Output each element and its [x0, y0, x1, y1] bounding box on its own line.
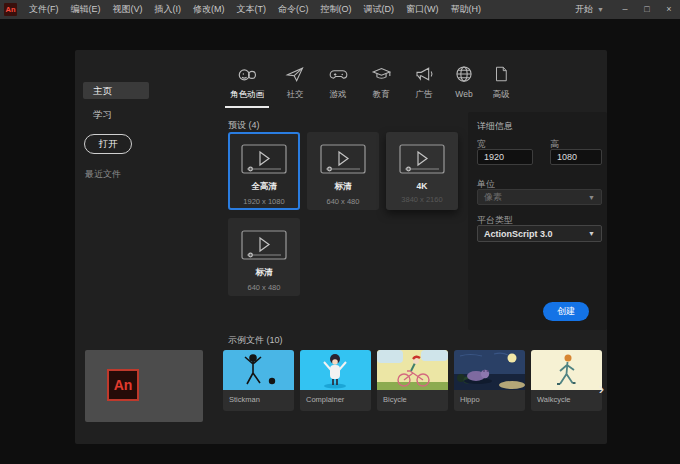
bicycle-thumbnail [377, 350, 448, 390]
tab-label: Web [455, 89, 472, 99]
chevron-down-icon: ▼ [588, 194, 595, 201]
tab-underline [487, 106, 515, 108]
tab-label: 角色动画 [230, 89, 264, 101]
preset-name: 标清 [335, 181, 352, 193]
sample-card-stickman[interactable]: Stickman [223, 350, 294, 411]
open-button[interactable]: 打开 [84, 134, 132, 154]
tab-web[interactable]: Web [450, 63, 478, 106]
tab-underline [364, 106, 398, 108]
sample-card-hippo[interactable]: Hippo [454, 350, 525, 411]
menu-item-file[interactable]: 文件(F) [23, 0, 65, 19]
tab-character-animation[interactable]: 角色动画 [225, 63, 269, 108]
menu-item-help[interactable]: 帮助(H) [445, 0, 488, 19]
menu-item-window[interactable]: 窗口(W) [400, 0, 445, 19]
maximize-button[interactable]: □ [636, 0, 658, 19]
preset-name: 全高清 [251, 181, 277, 193]
menu-item-insert[interactable]: 插入(I) [149, 0, 188, 19]
create-button[interactable]: 创建 [543, 302, 589, 321]
sample-name: Stickman [223, 390, 294, 411]
samples-heading: 示例文件 (10) [228, 334, 283, 347]
tab-social[interactable]: 社交 [278, 63, 312, 108]
menubar-right-group: 开始 ▼ – □ × [565, 0, 680, 19]
menu-item-debug[interactable]: 调试(D) [358, 0, 401, 19]
preset-dimensions: 640 x 480 [327, 197, 360, 206]
hippo-thumbnail [454, 350, 525, 390]
stickman-thumbnail [223, 350, 294, 390]
carousel-next-button[interactable]: › [596, 380, 607, 398]
tab-label: 游戏 [330, 89, 347, 101]
tab-underline [225, 106, 269, 108]
document-icon [492, 63, 510, 85]
animate-logo-icon: An [107, 369, 139, 401]
sample-name: Hippo [454, 390, 525, 411]
preset-dimensions: 640 x 480 [248, 283, 281, 292]
chevron-down-icon: ▼ [597, 6, 604, 13]
menu-item-modify[interactable]: 修改(M) [187, 0, 231, 19]
sidebar-item-home[interactable]: 主页 [83, 82, 149, 99]
menubar: An 文件(F) 编辑(E) 视图(V) 插入(I) 修改(M) 文本(T) 命… [0, 0, 680, 19]
height-input[interactable] [550, 149, 602, 165]
chevron-down-icon: ▼ [588, 230, 595, 237]
walkcycle-thumbnail [531, 350, 602, 390]
preset-card-fullhd[interactable]: 全高清 1920 x 1080 [228, 132, 300, 210]
tab-games[interactable]: 游戏 [321, 63, 355, 108]
menu-item-control[interactable]: 控制(O) [315, 0, 358, 19]
tab-underline [321, 106, 355, 108]
sample-card-walkcycle[interactable]: Walkcycle [531, 350, 602, 411]
menu-item-edit[interactable]: 编辑(E) [65, 0, 107, 19]
preset-grid: 全高清 1920 x 1080 标清 640 x 480 4K 3840 x 2… [228, 132, 458, 297]
minimize-button[interactable]: – [614, 0, 636, 19]
workspace-switcher[interactable]: 开始 ▼ [565, 3, 614, 16]
menu-item-view[interactable]: 视图(V) [107, 0, 149, 19]
megaphone-icon [414, 63, 435, 85]
video-preset-icon [241, 144, 287, 174]
menu-item-text[interactable]: 文本(T) [231, 0, 273, 19]
preset-dimensions: 1920 x 1080 [243, 197, 284, 206]
complainer-thumbnail [300, 350, 371, 390]
sidebar-item-learn[interactable]: 学习 [93, 109, 112, 122]
menu-item-commands[interactable]: 命令(C) [272, 0, 315, 19]
preset-name: 标清 [256, 267, 273, 279]
sample-card-bicycle[interactable]: Bicycle [377, 350, 448, 411]
character-icon [236, 63, 258, 85]
width-input[interactable] [477, 149, 533, 165]
tab-advanced[interactable]: 高级 [487, 63, 515, 108]
tab-label: 教育 [373, 89, 390, 101]
tab-label: 高级 [493, 89, 510, 101]
app-logo-icon: An [4, 3, 17, 16]
animate-brand-card: An [85, 350, 203, 422]
tab-label: 社交 [287, 89, 304, 101]
video-preset-icon [241, 230, 287, 260]
preset-card-sd[interactable]: 标清 640 x 480 [307, 132, 379, 210]
sample-name: Complainer [300, 390, 371, 411]
gamepad-icon [328, 63, 349, 85]
tab-label: 广告 [416, 89, 433, 101]
tab-ads[interactable]: 广告 [407, 63, 441, 108]
paper-plane-icon [285, 63, 305, 85]
tab-underline [278, 106, 312, 108]
preset-name: 4K [417, 181, 428, 191]
graduation-cap-icon [371, 63, 392, 85]
tab-underline [407, 106, 441, 108]
details-heading: 详细信息 [477, 120, 513, 133]
presets-heading: 预设 (4) [228, 119, 260, 132]
workspace-label: 开始 [575, 3, 593, 16]
platform-select[interactable]: ActionScript 3.0 ▼ [477, 225, 602, 242]
sample-card-complainer[interactable]: Complainer [300, 350, 371, 411]
globe-icon [454, 63, 474, 85]
unit-select[interactable]: 像素 ▼ [477, 189, 602, 205]
sample-name: Bicycle [377, 390, 448, 411]
tab-education[interactable]: 教育 [364, 63, 398, 108]
video-preset-icon [320, 144, 366, 174]
category-tabs: 角色动画 社交 游戏 [225, 63, 515, 108]
tab-underline [450, 104, 478, 106]
samples-row: Stickman Complainer [223, 350, 602, 411]
preset-card-sd-2[interactable]: 标清 640 x 480 [228, 218, 300, 296]
video-preset-icon [399, 144, 445, 174]
preset-card-4k[interactable]: 4K 3840 x 2160 [386, 132, 458, 210]
unit-value: 像素 [484, 191, 502, 204]
close-button[interactable]: × [658, 0, 680, 19]
welcome-screen-panel: 主页 学习 打开 最近文件 角色动画 社交 [75, 50, 607, 444]
sample-name: Walkcycle [531, 390, 602, 411]
recent-files-label: 最近文件 [85, 168, 121, 181]
